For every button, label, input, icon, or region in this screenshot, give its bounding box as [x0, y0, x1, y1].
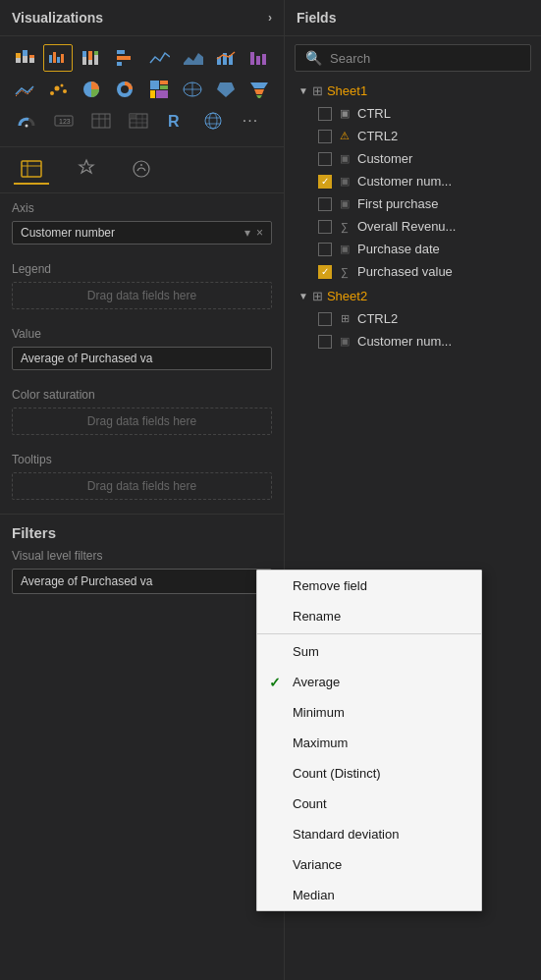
viz-funnel[interactable]: [244, 76, 274, 103]
tree-item-overall-revenue[interactable]: ∑ Overall Revenu...: [291, 215, 541, 238]
purchased-value-sigma-icon: ∑: [338, 266, 352, 278]
axis-pill-dropdown[interactable]: ▾: [244, 226, 250, 240]
viz-waterfall[interactable]: [10, 76, 39, 103]
visual-level-filters-label: Visual level filters: [12, 549, 272, 563]
tree-item-s2-ctrl2[interactable]: ⊞ CTRL2: [291, 307, 541, 330]
svg-rect-16: [117, 50, 125, 54]
tooltips-label: Tooltips: [12, 453, 272, 466]
tree-item-s2-customer-num[interactable]: ▣ Customer num...: [291, 330, 541, 353]
tree-item-ctrl[interactable]: ▣ CTRL: [291, 102, 541, 125]
viz-gauge[interactable]: [10, 107, 43, 135]
svg-rect-37: [156, 90, 168, 98]
context-menu-median[interactable]: Median: [257, 880, 481, 910]
sum-label: Sum: [293, 644, 319, 659]
context-menu-maximum[interactable]: Maximum: [257, 728, 481, 758]
viz-table[interactable]: [84, 107, 118, 135]
s2-ctrl2-checkbox[interactable]: [318, 312, 332, 326]
viz-combo-chart[interactable]: [211, 44, 241, 72]
viz-donut[interactable]: [110, 76, 139, 103]
svg-point-26: [50, 91, 54, 95]
purchase-date-checkbox[interactable]: [318, 243, 332, 256]
viz-bar-chart-2[interactable]: [244, 44, 274, 72]
tree-item-customer[interactable]: ▣ Customer: [291, 147, 541, 170]
sheet1-table-icon: ⊞: [312, 83, 323, 98]
visualizations-title: Visualizations: [12, 10, 103, 26]
context-menu-sum[interactable]: Sum: [257, 636, 481, 667]
sheet2-table-icon: ⊞: [312, 289, 323, 303]
s2-customer-num-checkbox[interactable]: [318, 335, 332, 349]
svg-rect-53: [130, 114, 136, 119]
viz-treemap[interactable]: [144, 76, 174, 103]
viz-bar-horizontal[interactable]: [111, 44, 140, 72]
ctrl-label: CTRL: [357, 106, 391, 121]
customer-checkbox[interactable]: [318, 152, 332, 166]
visualizations-chevron[interactable]: ›: [268, 11, 272, 25]
viz-card[interactable]: 123: [47, 107, 81, 135]
axis-pill-actions: ▾ ×: [244, 226, 263, 240]
tree-group-sheet1-header[interactable]: ▼ ⊞ Sheet1: [291, 80, 541, 102]
viz-globe[interactable]: [196, 107, 230, 135]
context-menu-remove-field[interactable]: Remove field: [257, 571, 481, 601]
search-box[interactable]: 🔍: [295, 44, 531, 72]
filter-pill[interactable]: Average of Purchased va: [12, 569, 272, 594]
viz-r-visual[interactable]: R: [159, 107, 192, 135]
tree-item-customer-num[interactable]: ✓ ▣ Customer num...: [291, 170, 541, 192]
viz-scatter[interactable]: [43, 76, 73, 103]
context-menu-std-deviation[interactable]: Standard deviation: [257, 819, 481, 849]
tree-item-purchased-value[interactable]: ✓ ∑ Purchased value: [291, 260, 541, 283]
overall-revenue-checkbox[interactable]: [318, 220, 332, 234]
first-purchase-checkbox[interactable]: [318, 197, 332, 211]
field-tree: ▼ ⊞ Sheet1 ▣ CTRL ⚠ CTRL2 ▣ Customer: [285, 80, 541, 353]
purchased-value-label: Purchased value: [357, 264, 453, 279]
sheet2-collapse-icon: ▼: [298, 291, 308, 301]
filters-section: Filters Visual level filters Average of …: [0, 514, 284, 600]
context-menu: Remove field Rename Sum ✓ Average Minimu…: [256, 570, 482, 911]
ctrl-checkbox[interactable]: [318, 107, 332, 121]
viz-stacked-bar[interactable]: [10, 44, 39, 72]
value-section: Value Average of Purchased va: [0, 319, 284, 380]
viz-more[interactable]: ···: [234, 107, 267, 135]
fields-sub-icon[interactable]: [14, 155, 49, 185]
context-menu-count[interactable]: Count: [257, 789, 481, 819]
ctrl2-checkbox[interactable]: [318, 130, 332, 143]
value-label: Value: [12, 327, 272, 341]
viz-area-chart[interactable]: [178, 44, 207, 72]
svg-marker-43: [254, 89, 264, 94]
context-menu-rename[interactable]: Rename: [257, 601, 481, 631]
customer-num-checkbox[interactable]: ✓: [318, 175, 332, 189]
tree-item-ctrl2[interactable]: ⚠ CTRL2: [291, 125, 541, 147]
tree-item-purchase-date[interactable]: ▣ Purchase date: [291, 238, 541, 260]
svg-point-60: [209, 113, 217, 129]
filter-pill-text: Average of Purchased va: [21, 574, 153, 588]
viz-line-chart[interactable]: [144, 44, 174, 72]
tree-group-sheet2-header[interactable]: ▼ ⊞ Sheet2: [291, 285, 541, 307]
viz-stacked-bar-100[interactable]: [77, 44, 106, 72]
axis-pill-close[interactable]: ×: [256, 226, 263, 240]
ctrl-type-icon: ▣: [338, 107, 352, 120]
format-sub-icon[interactable]: [69, 155, 104, 185]
viz-clustered-bar[interactable]: [43, 44, 73, 72]
viz-pie[interactable]: [77, 76, 106, 103]
tree-item-first-purchase[interactable]: ▣ First purchase: [291, 192, 541, 215]
context-menu-variance[interactable]: Variance: [257, 849, 481, 880]
search-input[interactable]: [330, 51, 520, 66]
context-menu-minimum[interactable]: Minimum: [257, 697, 481, 728]
svg-rect-15: [94, 51, 98, 55]
average-label: Average: [293, 675, 340, 689]
average-checkmark: ✓: [269, 675, 281, 690]
customer-type-icon: ▣: [338, 152, 352, 165]
svg-rect-9: [61, 54, 64, 63]
viz-matrix[interactable]: [122, 107, 155, 135]
value-pill[interactable]: Average of Purchased va: [12, 347, 272, 370]
analytics-sub-icon[interactable]: [124, 155, 159, 185]
context-menu-average[interactable]: ✓ Average: [257, 667, 481, 697]
context-menu-count-distinct[interactable]: Count (Distinct): [257, 758, 481, 789]
viz-map[interactable]: [178, 76, 207, 103]
viz-filled-map[interactable]: [211, 76, 241, 103]
svg-marker-19: [184, 53, 203, 65]
overall-revenue-label: Overall Revenu...: [357, 219, 456, 234]
s2-customer-num-label: Customer num...: [357, 334, 452, 349]
axis-label: Axis: [12, 201, 272, 215]
purchased-value-checkbox[interactable]: ✓: [318, 265, 332, 279]
axis-pill[interactable]: Customer number ▾ ×: [12, 221, 272, 245]
